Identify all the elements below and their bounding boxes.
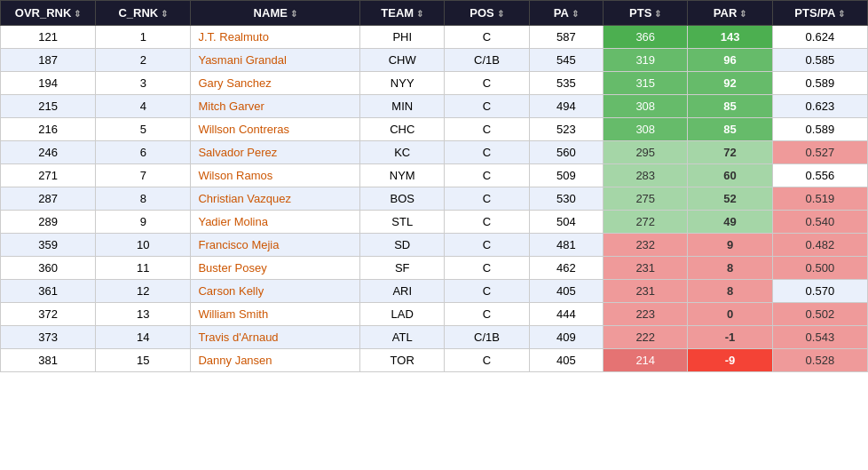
par-cell: 49 xyxy=(688,211,772,234)
pts-pa-cell: 0.500 xyxy=(772,257,867,280)
col-header-par[interactable]: PAR⇕ xyxy=(688,1,772,26)
pa-cell: 409 xyxy=(529,326,603,349)
pa-cell: 587 xyxy=(529,26,603,49)
ovr-rnk-cell: 287 xyxy=(1,187,96,211)
pos-cell: C xyxy=(445,349,529,372)
pts-cell: 319 xyxy=(604,49,688,72)
ovr-rnk-cell: 360 xyxy=(1,257,96,280)
c-rnk-cell: 15 xyxy=(96,349,191,372)
pa-cell: 545 xyxy=(529,49,603,72)
c-rnk-cell: 3 xyxy=(96,72,191,95)
pts-cell: 272 xyxy=(604,211,688,234)
ovr-rnk-cell: 381 xyxy=(1,349,96,372)
pts-cell: 308 xyxy=(604,118,688,141)
par-cell: 85 xyxy=(688,95,772,118)
pa-cell: 405 xyxy=(529,280,603,303)
pa-cell: 405 xyxy=(529,349,603,372)
ovr-rnk-cell: 372 xyxy=(1,303,96,326)
par-cell: 92 xyxy=(688,72,772,95)
name-cell: Yadier Molina xyxy=(191,211,360,234)
pts-pa-cell: 0.482 xyxy=(772,234,867,257)
par-cell: 0 xyxy=(688,303,772,326)
pos-cell: C xyxy=(445,72,529,95)
c-rnk-cell: 12 xyxy=(96,280,191,303)
pts-pa-cell: 0.519 xyxy=(772,187,867,211)
name-cell: Gary Sanchez xyxy=(191,72,360,95)
col-header-pa[interactable]: PA⇕ xyxy=(529,1,603,26)
name-cell: Christian Vazquez xyxy=(191,187,360,211)
par-cell: 96 xyxy=(688,49,772,72)
col-header-name[interactable]: NAME⇕ xyxy=(191,1,360,26)
pts-pa-cell: 0.528 xyxy=(772,349,867,372)
ovr-rnk-cell: 373 xyxy=(1,326,96,349)
stats-table: OVR_RNK⇕C_RNK⇕NAME⇕TEAM⇕POS⇕PA⇕PTS⇕PAR⇕P… xyxy=(0,0,868,372)
par-cell: 72 xyxy=(688,141,772,164)
table-row: 37213William SmithLADC44422300.502 xyxy=(1,303,868,326)
pos-cell: C xyxy=(445,280,529,303)
table-row: 36011Buster PoseySFC46223180.500 xyxy=(1,257,868,280)
c-rnk-cell: 9 xyxy=(96,211,191,234)
pos-cell: C/1B xyxy=(445,49,529,72)
table-row: 35910Francisco MejiaSDC48123290.482 xyxy=(1,234,868,257)
name-cell: Wilson Ramos xyxy=(191,164,360,187)
ovr-rnk-cell: 216 xyxy=(1,118,96,141)
team-cell: CHC xyxy=(360,118,445,141)
pa-cell: 494 xyxy=(529,95,603,118)
pts-cell: 315 xyxy=(604,72,688,95)
col-header-pts[interactable]: PTS⇕ xyxy=(604,1,688,26)
ovr-rnk-cell: 289 xyxy=(1,211,96,234)
pa-cell: 523 xyxy=(529,118,603,141)
sort-icon: ⇕ xyxy=(572,9,579,19)
col-header-c_rnk[interactable]: C_RNK⇕ xyxy=(96,1,191,26)
name-cell: Carson Kelly xyxy=(191,280,360,303)
name-cell: Mitch Garver xyxy=(191,95,360,118)
par-cell: -9 xyxy=(688,349,772,372)
team-cell: SD xyxy=(360,234,445,257)
col-header-pts_pa[interactable]: PTS/PA⇕ xyxy=(772,1,867,26)
table-row: 1943Gary SanchezNYYC535315920.589 xyxy=(1,72,868,95)
pts-cell: 275 xyxy=(604,187,688,211)
ovr-rnk-cell: 194 xyxy=(1,72,96,95)
pos-cell: C xyxy=(445,26,529,49)
team-cell: ATL xyxy=(360,326,445,349)
col-header-ovr_rnk[interactable]: OVR_RNK⇕ xyxy=(1,1,96,26)
col-header-team[interactable]: TEAM⇕ xyxy=(360,1,445,26)
table-row: 1872Yasmani GrandalCHWC/1B545319960.585 xyxy=(1,49,868,72)
team-cell: KC xyxy=(360,141,445,164)
pa-cell: 481 xyxy=(529,234,603,257)
c-rnk-cell: 2 xyxy=(96,49,191,72)
c-rnk-cell: 11 xyxy=(96,257,191,280)
pos-cell: C xyxy=(445,164,529,187)
sort-icon: ⇕ xyxy=(838,9,845,19)
c-rnk-cell: 8 xyxy=(96,187,191,211)
sort-icon: ⇕ xyxy=(290,9,297,19)
c-rnk-cell: 4 xyxy=(96,95,191,118)
table-row: 2165Willson ContrerasCHCC523308850.589 xyxy=(1,118,868,141)
c-rnk-cell: 7 xyxy=(96,164,191,187)
pts-cell: 308 xyxy=(604,95,688,118)
col-header-pos[interactable]: POS⇕ xyxy=(445,1,529,26)
pts-cell: 283 xyxy=(604,164,688,187)
team-cell: NYM xyxy=(360,164,445,187)
par-cell: -1 xyxy=(688,326,772,349)
par-cell: 143 xyxy=(688,26,772,49)
par-cell: 52 xyxy=(688,187,772,211)
name-cell: J.T. Realmuto xyxy=(191,26,360,49)
par-cell: 9 xyxy=(688,234,772,257)
ovr-rnk-cell: 359 xyxy=(1,234,96,257)
sort-icon: ⇕ xyxy=(74,9,81,19)
pts-pa-cell: 0.556 xyxy=(772,164,867,187)
sort-icon: ⇕ xyxy=(416,9,423,19)
table-row: 2154Mitch GarverMINC494308850.623 xyxy=(1,95,868,118)
name-cell: Travis d'Arnaud xyxy=(191,326,360,349)
table-row: 2878Christian VazquezBOSC530275520.519 xyxy=(1,187,868,211)
pa-cell: 504 xyxy=(529,211,603,234)
pa-cell: 560 xyxy=(529,141,603,164)
pts-cell: 222 xyxy=(604,326,688,349)
pa-cell: 530 xyxy=(529,187,603,211)
pts-pa-cell: 0.589 xyxy=(772,72,867,95)
pts-pa-cell: 0.502 xyxy=(772,303,867,326)
team-cell: PHI xyxy=(360,26,445,49)
pts-pa-cell: 0.585 xyxy=(772,49,867,72)
pts-cell: 231 xyxy=(604,280,688,303)
